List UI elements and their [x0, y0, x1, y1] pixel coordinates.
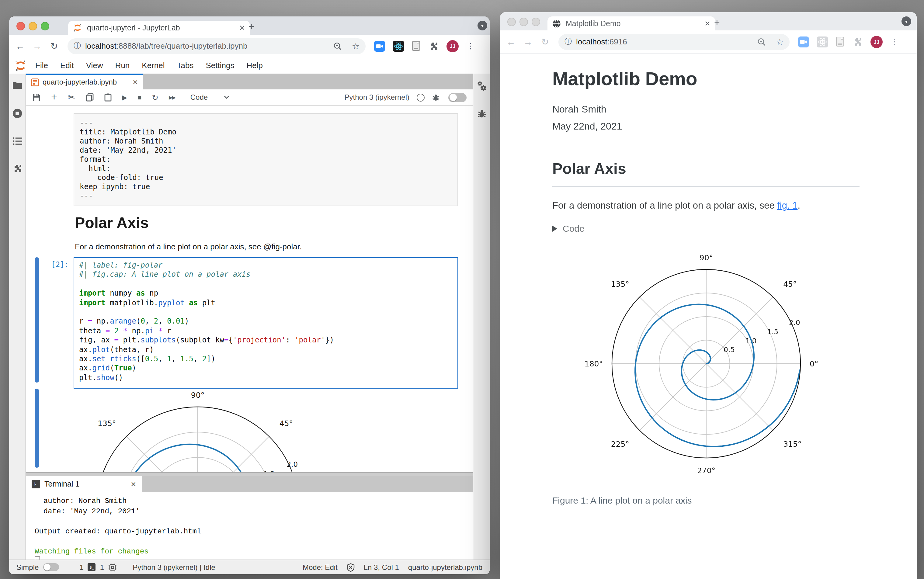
- cell-type-dropdown[interactable]: Code: [190, 93, 229, 101]
- react-devtools-icon[interactable]: [817, 36, 828, 47]
- browser-tab[interactable]: Matplotlib Demo ✕: [548, 16, 715, 30]
- code-line: [79, 308, 453, 317]
- extension-manager-icon[interactable]: [13, 164, 22, 173]
- reload-icon[interactable]: ↻: [536, 36, 554, 47]
- svg-text:90°: 90°: [699, 254, 713, 262]
- close-window-button[interactable]: [507, 18, 516, 26]
- debugger-bug-icon[interactable]: [477, 109, 486, 119]
- tab-close-icon[interactable]: ✕: [231, 23, 245, 32]
- close-window-button[interactable]: [16, 22, 25, 30]
- site-info-icon[interactable]: ⓘ: [74, 41, 81, 51]
- table-of-contents-icon[interactable]: [13, 137, 22, 146]
- browser-profile-avatar[interactable]: JJ: [870, 36, 883, 48]
- new-tab-button[interactable]: +: [249, 21, 255, 32]
- document-extension-icon[interactable]: [412, 41, 421, 51]
- terminal-tab-close-icon[interactable]: ✕: [131, 480, 136, 488]
- copy-cells-button[interactable]: [85, 93, 93, 101]
- back-icon[interactable]: ←: [11, 41, 29, 51]
- toolbar-bug-icon[interactable]: [432, 93, 440, 101]
- menu-edit[interactable]: Edit: [54, 61, 80, 70]
- save-button[interactable]: [32, 93, 41, 101]
- menu-view[interactable]: View: [80, 61, 109, 70]
- kernel-status-text[interactable]: Python 3 (ipykernel) | Idle: [132, 563, 215, 571]
- figure-link[interactable]: fig. 1: [777, 200, 798, 211]
- browser-toolbar: ← → ↻ ⓘ localhost:8888/lab/tree/quarto-j…: [9, 35, 490, 58]
- browser-kebab-menu-icon[interactable]: ⋮: [891, 37, 898, 46]
- code-fold-summary[interactable]: Code: [552, 223, 860, 234]
- zoom-out-page-icon[interactable]: [334, 42, 342, 50]
- zoom-out-page-icon[interactable]: [758, 38, 766, 46]
- execution-count-prompt: [2]:: [26, 260, 69, 269]
- tab-close-icon[interactable]: ✕: [696, 19, 710, 28]
- add-cell-button[interactable]: +: [51, 91, 57, 103]
- terminal-line: Output created: quarto-jupyterlab.html: [35, 527, 473, 536]
- terminal-output[interactable]: author: Norah Smith date: 'May 22nd, 202…: [26, 492, 473, 564]
- minimize-window-button[interactable]: [29, 22, 37, 30]
- browser-menu-chevron[interactable]: ▼: [901, 16, 911, 26]
- puzzle-extensions-icon[interactable]: [853, 37, 863, 47]
- menu-kernel[interactable]: Kernel: [136, 61, 171, 70]
- code-cell-editor[interactable]: #| label: fig-polar#| fig.cap: A line pl…: [74, 257, 458, 389]
- notebook-tab[interactable]: quarto-jupyterlab.ipynb ✕: [26, 74, 143, 89]
- notebook-content: ---title: Matplotlib Demoauthor: Norah S…: [26, 106, 473, 472]
- browser-tab[interactable]: quarto-jupyterl - JupyterLab ✕: [68, 21, 250, 35]
- terminal-count: 1: [79, 563, 83, 571]
- document-tabbar: quarto-jupyterlab.ipynb ✕: [26, 74, 473, 89]
- jupyterlab-activity-bar: [9, 74, 26, 559]
- raw-yaml-cell[interactable]: ---title: Matplotlib Demoauthor: Norah S…: [74, 113, 458, 206]
- kernel-name[interactable]: Python 3 (ipykernel): [345, 93, 409, 101]
- zoom-extension-icon[interactable]: [798, 36, 809, 47]
- address-bar[interactable]: ⓘ localhost:8888/lab/tree/quarto-jupyter…: [67, 38, 366, 54]
- notebook-output-figure: 0°45°90°135°180°225°270°315°0.51.01.52.0: [74, 389, 447, 472]
- menu-help[interactable]: Help: [240, 61, 269, 70]
- simple-mode-toggle[interactable]: [43, 563, 59, 571]
- address-bar[interactable]: ⓘ localhost:6916 ☆: [558, 34, 790, 49]
- minimize-window-button[interactable]: [520, 18, 528, 26]
- notebook-tab-close-icon[interactable]: ✕: [132, 78, 138, 86]
- running-kernels-icon[interactable]: [12, 108, 23, 119]
- bookmark-star-icon[interactable]: ☆: [776, 37, 783, 47]
- reload-icon[interactable]: ↻: [46, 41, 63, 51]
- output-collapser[interactable]: [35, 389, 39, 468]
- terminal-count-icon[interactable]: $_: [88, 563, 96, 571]
- paste-cells-button[interactable]: [104, 93, 111, 101]
- kernel-count: 1: [100, 563, 104, 571]
- forward-icon[interactable]: →: [520, 36, 536, 47]
- restart-kernel-button[interactable]: ↻: [152, 93, 159, 102]
- react-devtools-icon[interactable]: [393, 41, 404, 51]
- interrupt-kernel-button[interactable]: ■: [137, 94, 141, 101]
- figure-caption: Figure 1: A line plot on a polar axis: [552, 495, 860, 505]
- zoom-window-button[interactable]: [41, 22, 49, 30]
- kernel-chip-icon[interactable]: [108, 563, 117, 571]
- menu-run[interactable]: Run: [109, 61, 136, 70]
- zoom-window-button[interactable]: [532, 18, 540, 26]
- menu-settings[interactable]: Settings: [200, 61, 240, 70]
- code-line: ax.plot(theta, r): [79, 345, 453, 355]
- forward-icon[interactable]: →: [29, 41, 46, 51]
- new-tab-button[interactable]: +: [714, 17, 720, 28]
- back-icon[interactable]: ←: [502, 36, 520, 47]
- menu-file[interactable]: File: [29, 61, 54, 70]
- browser-kebab-menu-icon[interactable]: ⋮: [466, 41, 474, 51]
- site-info-icon[interactable]: ⓘ: [564, 36, 572, 47]
- terminal-tab[interactable]: $_ Terminal 1 ✕: [26, 476, 142, 492]
- terminal-line: author: Norah Smith: [35, 496, 473, 506]
- bookmark-star-icon[interactable]: ☆: [352, 41, 360, 51]
- document-extension-icon[interactable]: [836, 36, 845, 47]
- zoom-extension-icon[interactable]: [374, 41, 385, 51]
- panel-resize-handle[interactable]: [26, 472, 473, 476]
- trust-shield-icon[interactable]: [347, 563, 355, 571]
- code-cell-collapser[interactable]: [35, 257, 39, 383]
- puzzle-extensions-icon[interactable]: [429, 41, 438, 51]
- cut-cells-button[interactable]: ✂: [67, 92, 75, 103]
- debugger-toggle[interactable]: [448, 93, 466, 102]
- menu-tabs[interactable]: Tabs: [171, 61, 200, 70]
- browser-profile-avatar[interactable]: JJ: [446, 40, 459, 52]
- run-cell-button[interactable]: ▶: [122, 93, 127, 101]
- run-all-button[interactable]: ▶▶: [169, 95, 175, 100]
- svg-text:2.0: 2.0: [286, 460, 298, 468]
- property-inspector-gears-icon[interactable]: [476, 81, 487, 92]
- browser-menu-chevron[interactable]: ▼: [478, 21, 487, 30]
- file-browser-icon[interactable]: [12, 81, 23, 90]
- mode-indicator: Mode: Edit: [303, 563, 338, 571]
